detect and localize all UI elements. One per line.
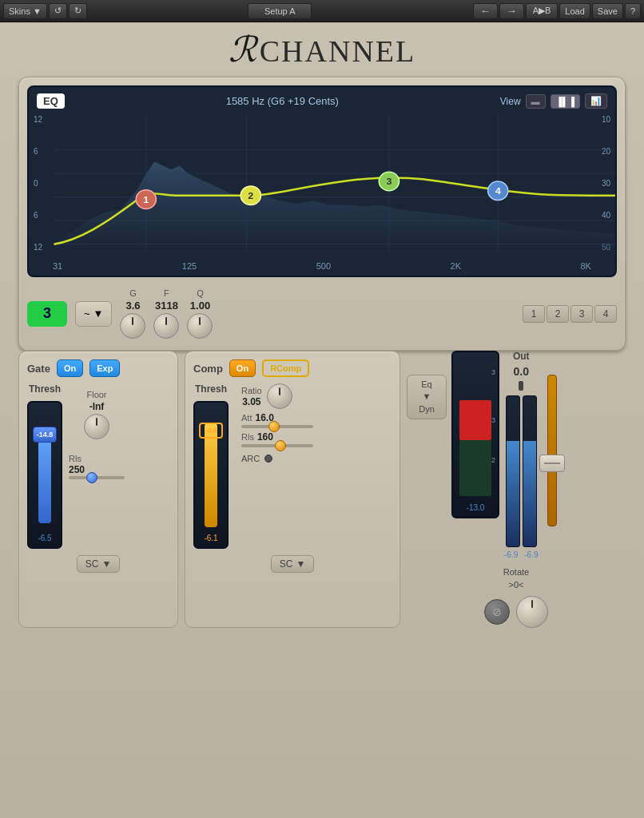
- freq-label-8k: 8K: [581, 261, 591, 271]
- comp-on-button[interactable]: On: [229, 359, 256, 377]
- prev-button[interactable]: ←: [473, 3, 498, 19]
- phase-symbol: ⊘: [492, 606, 502, 618]
- ab-label: A▶B: [533, 6, 551, 15]
- eq-filter-type[interactable]: ~ ▼: [75, 301, 112, 327]
- q-knob[interactable]: [187, 313, 213, 339]
- ratio-group: Ratio 3.05: [241, 386, 262, 407]
- redo-button[interactable]: ↻: [69, 3, 87, 19]
- f-knob[interactable]: [153, 313, 179, 339]
- comp-inner: Thresh -4.6 -6.1 Ratio: [193, 383, 392, 549]
- comp-header: Comp On RComp: [193, 359, 392, 377]
- comp-label: Comp: [193, 363, 223, 375]
- ratio-knob[interactable]: [267, 383, 292, 409]
- eq-freq-labels: 31 125 500 2K 8K: [53, 261, 591, 271]
- eq-band-value: 3: [43, 305, 51, 321]
- g-label: G: [129, 288, 137, 298]
- fader-left[interactable]: [506, 395, 520, 547]
- gate-label: Gate: [27, 363, 50, 375]
- comp-fader-handle[interactable]: -4.6: [199, 423, 223, 439]
- eq-band-tab-3[interactable]: 3: [570, 305, 593, 323]
- gate-sc-button[interactable]: SC ▼: [77, 555, 121, 573]
- plugin-body: ℛ CHANNEL EQ 1585 Hz (G6 +19 Cents) View…: [0, 22, 644, 818]
- help-button[interactable]: ?: [625, 3, 641, 19]
- floor-knob[interactable]: [84, 414, 109, 439]
- save-button[interactable]: Save: [592, 3, 623, 19]
- skins-arrow: ▼: [33, 6, 42, 16]
- gate-on-button[interactable]: On: [57, 359, 83, 377]
- eq-band-tab-4[interactable]: 4: [594, 305, 617, 323]
- freq-label-31: 31: [53, 261, 62, 271]
- rotate-knob[interactable]: [516, 596, 548, 628]
- comp-sc-label: SC: [280, 558, 293, 570]
- toolbar: Skins ▼ ↺ ↻ Setup A ← → A▶B Load Save ?: [0, 0, 644, 22]
- help-label: ?: [630, 6, 635, 16]
- out-indicator: [519, 381, 523, 391]
- comp-sc-arrow: ▼: [296, 558, 305, 570]
- gate-rls-row: Rls 250: [69, 454, 125, 479]
- comp-sc-button[interactable]: SC ▼: [271, 555, 315, 573]
- toolbar-center: Setup A: [89, 3, 471, 19]
- gate-sc-arrow: ▼: [101, 558, 111, 570]
- vu-dark-zone: [459, 440, 491, 496]
- eq-band-tabs: 1 2 3 4: [523, 305, 617, 323]
- title-r: ℛ: [229, 29, 258, 70]
- rotate-section: Rotate >0< ⊘: [407, 567, 626, 628]
- eq-view-line-btn[interactable]: ▬: [526, 94, 546, 109]
- load-label: Load: [565, 6, 584, 16]
- arc-dot[interactable]: [264, 455, 272, 463]
- comp-rls-slider[interactable]: [241, 444, 313, 447]
- eq-display[interactable]: EQ 1585 Hz (G6 +19 Cents) View ▬ ▐▌▐ 📊 1…: [27, 85, 617, 277]
- gate-section: Gate On Exp Thresh -14.8: [18, 351, 178, 628]
- eq-curve-svg: 1 2 3 4: [29, 87, 615, 276]
- undo-button[interactable]: ↺: [49, 3, 67, 19]
- eq-view-bars-btn[interactable]: ▐▌▐: [551, 94, 580, 109]
- fader-right-db: -6.9: [524, 550, 538, 559]
- gate-fader[interactable]: -14.8 -6.5: [27, 401, 62, 549]
- g-knob[interactable]: [120, 313, 145, 339]
- setup-button[interactable]: Setup A: [248, 3, 312, 19]
- load-button[interactable]: Load: [559, 3, 590, 19]
- out-label: Out: [513, 351, 530, 362]
- gate-right-controls: Floor -Inf Rls 250: [69, 383, 125, 482]
- undo-icon: ↺: [54, 6, 62, 16]
- gate-exp-button[interactable]: Exp: [89, 359, 120, 377]
- orange-fader-handle[interactable]: [539, 455, 565, 472]
- gate-thresh-label: Thresh: [29, 383, 61, 395]
- title-channel: CHANNEL: [260, 34, 416, 69]
- g-value: 3.6: [125, 300, 140, 312]
- skins-button[interactable]: Skins ▼: [3, 3, 47, 19]
- eq-band-select-btn[interactable]: 3: [27, 301, 67, 327]
- stereo-fader-area: [506, 395, 537, 547]
- gate-floor-area: Floor -Inf: [69, 390, 125, 439]
- orange-fader[interactable]: [543, 375, 562, 526]
- arc-row: ARC: [241, 454, 313, 463]
- fader-left-db: -6.9: [504, 550, 518, 559]
- comp-params: Ratio 3.05 Att 16.0 Rl: [241, 383, 313, 463]
- f-label: F: [164, 288, 169, 298]
- eq-dyn-button[interactable]: Eq ▼ Dyn: [407, 375, 447, 419]
- comp-att-slider[interactable]: [241, 425, 313, 428]
- fader-right[interactable]: [523, 395, 537, 547]
- eq-freq-display: 1585 Hz (G6 +19 Cents): [226, 95, 339, 107]
- eq-view-spectrum-btn[interactable]: 📊: [585, 93, 607, 109]
- next-button[interactable]: →: [499, 3, 524, 19]
- eq-header: EQ 1585 Hz (G6 +19 Cents) View ▬ ▐▌▐ 📊: [37, 93, 607, 109]
- gate-fader-handle[interactable]: -14.8: [33, 427, 57, 443]
- comp-rcomp-button[interactable]: RComp: [262, 359, 309, 377]
- vu-label-3b: 3: [491, 416, 495, 424]
- vu-meter: 3 3 12 -13.0: [451, 351, 499, 518]
- eq-controls: 3 ~ ▼ G 3.6 F 3118 Q 1.00 1: [27, 285, 617, 342]
- ab-button[interactable]: A▶B: [526, 3, 559, 19]
- eq-band-tab-1[interactable]: 1: [523, 305, 545, 323]
- setup-label: Setup A: [264, 6, 296, 16]
- eq-band-tab-2[interactable]: 2: [547, 305, 569, 323]
- vu-red-zone: [459, 400, 491, 440]
- gate-header: Gate On Exp: [27, 359, 169, 377]
- eq-view-controls: View ▬ ▐▌▐ 📊: [500, 93, 607, 109]
- gate-rls-slider[interactable]: [69, 476, 125, 479]
- comp-fader[interactable]: -4.6 -6.1: [193, 401, 229, 549]
- comp-thresh-bottom: -6.1: [204, 534, 217, 542]
- gate-sc-label: SC: [85, 558, 99, 570]
- phase-button[interactable]: ⊘: [484, 599, 510, 625]
- eq-label: EQ: [37, 93, 65, 109]
